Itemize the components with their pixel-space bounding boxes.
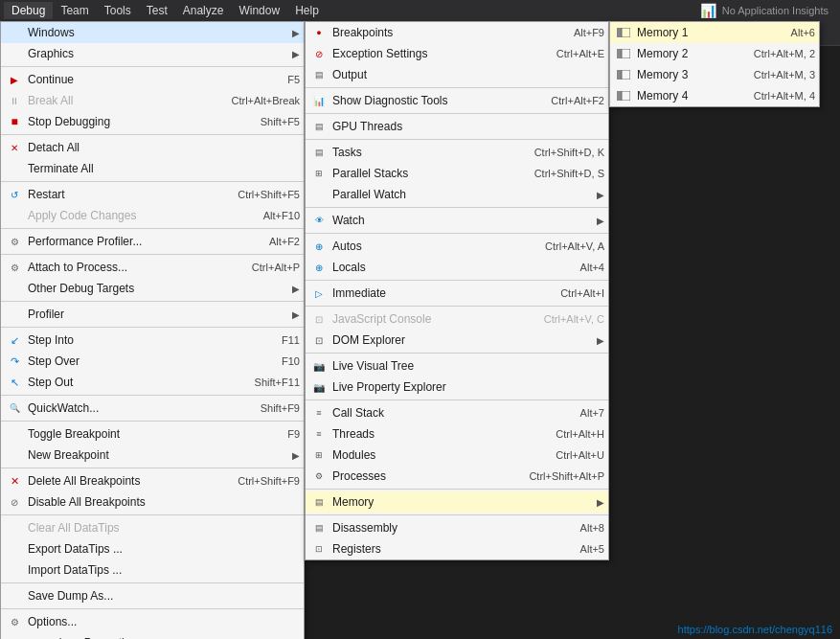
new-bp-icon [7, 447, 22, 463]
separator [306, 514, 608, 515]
menu-item-step-over[interactable]: ↷ Step Over F10 [1, 351, 304, 372]
menu-item-graphics[interactable]: Graphics ▶ [1, 43, 304, 64]
separator [1, 582, 304, 583]
menu-item-immediate[interactable]: ▷ Immediate Ctrl+Alt+I [306, 283, 608, 304]
menu-item-modules[interactable]: ⊞ Modules Ctrl+Alt+U [306, 445, 608, 466]
memory2-icon [616, 46, 631, 61]
save-dump-icon [7, 588, 22, 604]
memory-icon: ▤ [311, 494, 327, 510]
menubar-tools[interactable]: Tools [97, 2, 139, 19]
menu-item-apply-code[interactable]: Apply Code Changes Alt+F10 [1, 205, 304, 226]
menu-item-other-targets[interactable]: Other Debug Targets ▶ [1, 278, 304, 299]
menu-item-memory2[interactable]: Memory 2 Ctrl+Alt+M, 2 [610, 43, 819, 64]
menu-item-toggle-bp[interactable]: Toggle Breakpoint F9 [1, 423, 304, 445]
menu-item-tasks[interactable]: ▤ Tasks Ctrl+Shift+D, K [306, 142, 608, 163]
quickwatch-icon: 🔍 [7, 400, 22, 416]
menu-item-processes[interactable]: ⚙ Processes Ctrl+Shift+Alt+P [306, 466, 608, 487]
exc-settings-icon: ⊘ [311, 46, 327, 61]
menu-item-properties[interactable]: ⚙ yongqiang Properties... [1, 632, 304, 639]
menu-item-breakpoints[interactable]: ● Breakpoints Alt+F9 [306, 22, 608, 43]
menu-item-live-prop[interactable]: 📷 Live Property Explorer [306, 377, 608, 398]
separator [306, 489, 608, 490]
debug-menu-dropdown: Windows ▶ Graphics ▶ ▶ Continue F5 ⏸ Bre… [0, 21, 305, 639]
menu-item-perf[interactable]: ⚙ Performance Profiler... Alt+F2 [1, 231, 304, 252]
separator [1, 301, 304, 302]
menu-item-memory[interactable]: ▤ Memory ▶ [306, 491, 608, 513]
menu-item-terminate[interactable]: Terminate All [1, 158, 304, 179]
app-insights-area: 📊 No Application Insights [700, 3, 836, 18]
menu-item-live-tree[interactable]: 📷 Live Visual Tree [306, 355, 608, 377]
registers-icon: ⊡ [311, 541, 327, 557]
menu-item-windows[interactable]: Windows ▶ [1, 22, 304, 43]
step-into-icon: ↙ [7, 332, 22, 348]
separator [306, 233, 608, 234]
menu-item-watch[interactable]: 👁 Watch ▶ [306, 210, 608, 231]
menu-item-threads[interactable]: ≡ Threads Ctrl+Alt+H [306, 423, 608, 445]
menu-item-dom-explorer[interactable]: ⊡ DOM Explorer ▶ [306, 330, 608, 351]
menubar-debug[interactable]: Debug [4, 2, 53, 19]
menu-item-step-out[interactable]: ↖ Step Out Shift+F11 [1, 372, 304, 393]
menu-item-diag-tools[interactable]: 📊 Show Diagnostic Tools Ctrl+Alt+F2 [306, 90, 608, 111]
export-datatips-icon [7, 541, 22, 557]
menu-item-new-bp[interactable]: New Breakpoint ▶ [1, 445, 304, 466]
threads-icon: ≡ [311, 426, 327, 442]
step-over-icon: ↷ [7, 354, 22, 369]
menu-item-autos[interactable]: ⊕ Autos Ctrl+Alt+V, A [306, 236, 608, 257]
separator [1, 468, 304, 468]
menu-item-memory4[interactable]: Memory 4 Ctrl+Alt+M, 4 [610, 85, 819, 106]
clear-datatips-icon [7, 520, 22, 536]
menu-item-delete-bp[interactable]: ✕ Delete All Breakpoints Ctrl+Shift+F9 [1, 470, 304, 491]
menubar: Debug Team Tools Test Analyze Window Hel… [0, 0, 840, 21]
menu-item-import-datatips[interactable]: Import DataTips ... [1, 559, 304, 581]
profiler-icon [7, 307, 22, 322]
menu-item-js-console[interactable]: ⊡ JavaScript Console Ctrl+Alt+V, C [306, 308, 608, 330]
menu-item-memory3[interactable]: Memory 3 Ctrl+Alt+M, 3 [610, 64, 819, 85]
menu-item-output[interactable]: ▤ Output [306, 64, 608, 85]
menubar-team[interactable]: Team [53, 2, 96, 19]
menubar-window[interactable]: Window [231, 2, 287, 19]
menu-item-registers[interactable]: ⊡ Registers Alt+5 [306, 538, 608, 559]
svg-rect-4 [617, 49, 622, 58]
separator [1, 327, 304, 328]
continue-icon: ▶ [7, 72, 22, 87]
menu-item-continue[interactable]: ▶ Continue F5 [1, 69, 304, 90]
menu-item-export-datatips[interactable]: Export DataTips ... [1, 538, 304, 559]
menu-item-restart[interactable]: ↺ Restart Ctrl+Shift+F5 [1, 184, 304, 205]
separator [306, 207, 608, 208]
par-watch-icon [311, 187, 327, 202]
menu-item-par-stacks[interactable]: ⊞ Parallel Stacks Ctrl+Shift+D, S [306, 163, 608, 184]
menu-item-break-all[interactable]: ⏸ Break All Ctrl+Alt+Break [1, 90, 304, 111]
menu-item-call-stack[interactable]: ≡ Call Stack Alt+7 [306, 402, 608, 423]
menu-item-save-dump[interactable]: Save Dump As... [1, 585, 304, 606]
menu-item-memory1[interactable]: Memory 1 Alt+6 [610, 22, 819, 43]
menu-item-par-watch[interactable]: Parallel Watch ▶ [306, 184, 608, 205]
separator [306, 113, 608, 114]
menu-item-exc-settings[interactable]: ⊘ Exception Settings Ctrl+Alt+E [306, 43, 608, 64]
menu-item-clear-datatips[interactable]: Clear All DataTips [1, 517, 304, 538]
toggle-bp-icon [7, 426, 22, 442]
stop-icon: ■ [7, 114, 22, 129]
menu-item-attach[interactable]: ⚙ Attach to Process... Ctrl+Alt+P [1, 257, 304, 278]
memory-chip-icon [617, 28, 630, 37]
menu-item-disassembly[interactable]: ▤ Disassembly Alt+8 [306, 517, 608, 538]
menu-item-locals[interactable]: ⊕ Locals Alt+4 [306, 257, 608, 278]
menu-item-gpu-threads[interactable]: ▤ GPU Threads [306, 116, 608, 137]
break-all-icon: ⏸ [7, 93, 22, 108]
menu-item-disable-bp[interactable]: ⊘ Disable All Breakpoints [1, 491, 304, 513]
menubar-help[interactable]: Help [287, 2, 327, 19]
options-icon: ⚙ [7, 614, 22, 629]
menu-item-stop[interactable]: ■ Stop Debugging Shift+F5 [1, 111, 304, 132]
processes-icon: ⚙ [311, 468, 327, 484]
menubar-test[interactable]: Test [139, 2, 175, 19]
separator [1, 134, 304, 135]
menu-item-step-into[interactable]: ↙ Step Into F11 [1, 330, 304, 351]
menubar-analyze[interactable]: Analyze [175, 2, 232, 19]
menu-item-detach[interactable]: ✕ Detach All [1, 137, 304, 158]
menu-item-options[interactable]: ⚙ Options... [1, 611, 304, 632]
menu-item-quickwatch[interactable]: 🔍 QuickWatch... Shift+F9 [1, 398, 304, 419]
menu-item-profiler[interactable]: Profiler ▶ [1, 304, 304, 325]
diag-tools-icon: 📊 [311, 93, 327, 108]
gpu-threads-icon: ▤ [311, 119, 327, 134]
url-hint: https://blog.csdn.net/chengyq116 [678, 624, 832, 635]
separator [306, 280, 608, 281]
